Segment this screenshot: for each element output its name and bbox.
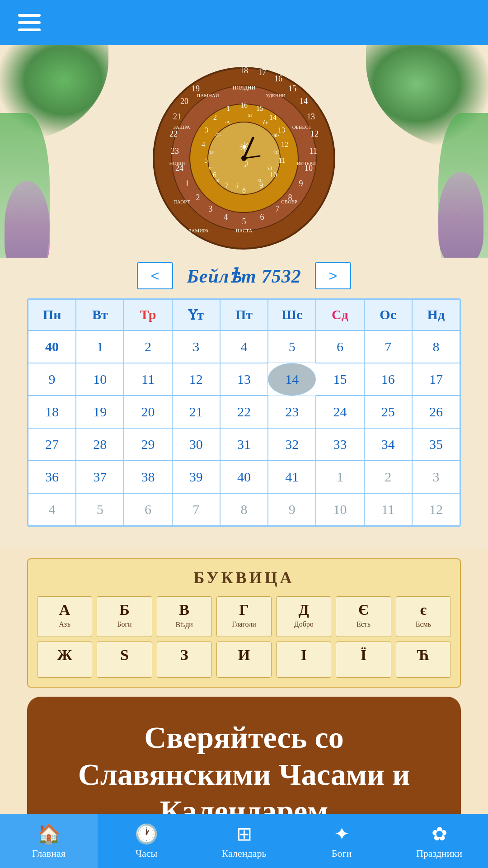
table-row[interactable]: 35 bbox=[412, 428, 460, 461]
bukvitsa-letter: Г bbox=[219, 601, 269, 618]
svg-text:СВОЕР: СВОЕР bbox=[281, 199, 297, 204]
svg-text:17: 17 bbox=[258, 68, 266, 77]
table-row[interactable]: 7 bbox=[172, 493, 220, 526]
weekday-ut: Үт bbox=[172, 299, 220, 330]
svg-text:3: 3 bbox=[205, 126, 208, 134]
clock-svg: ☀ ☽ 18 17 16 15 14 13 12 11 10 9 8 7 6 5… bbox=[149, 63, 339, 253]
list-item[interactable]: є Есмь bbox=[396, 596, 451, 637]
clock-icon: 🕐 bbox=[135, 823, 158, 845]
table-row[interactable]: 36 bbox=[28, 461, 76, 493]
bukvitsa-title: БУКВИЦА bbox=[37, 568, 451, 587]
list-item[interactable]: Ћ bbox=[396, 642, 451, 678]
table-row[interactable]: 6 bbox=[124, 493, 172, 526]
table-row[interactable]: 16 bbox=[364, 363, 412, 396]
table-row[interactable]: 2 bbox=[364, 461, 412, 493]
svg-text:4: 4 bbox=[224, 212, 228, 222]
bukvitsa-letter: В bbox=[160, 601, 209, 618]
table-row[interactable]: 7 bbox=[364, 330, 412, 363]
table-row[interactable]: 34 bbox=[364, 428, 412, 461]
prev-month-button[interactable]: < bbox=[137, 262, 173, 289]
next-month-button[interactable]: > bbox=[315, 262, 351, 289]
table-row[interactable]: 40 bbox=[220, 461, 268, 493]
list-item[interactable]: Ж bbox=[37, 642, 92, 678]
svg-text:11: 11 bbox=[278, 156, 285, 164]
nav-holidays[interactable]: ✿ Праздники bbox=[390, 814, 488, 868]
table-row[interactable]: 19 bbox=[76, 396, 124, 428]
table-row[interactable]: 27 bbox=[28, 428, 76, 461]
table-row[interactable]: 2 bbox=[124, 330, 172, 363]
table-row[interactable]: 5 bbox=[268, 330, 316, 363]
table-row[interactable]: 38 bbox=[124, 461, 172, 493]
table-row[interactable]: 12 bbox=[412, 493, 460, 526]
table-row[interactable]: 1 bbox=[316, 461, 364, 493]
svg-text:7: 7 bbox=[276, 204, 280, 213]
table-row[interactable]: 40 bbox=[28, 330, 76, 363]
bukvitsa-letter: Є bbox=[338, 601, 388, 618]
list-item[interactable]: Є Есть bbox=[336, 596, 391, 637]
table-row[interactable]: 25 bbox=[364, 396, 412, 428]
table-row[interactable]: 13 bbox=[220, 363, 268, 396]
nav-calendar[interactable]: ⊞ Календарь bbox=[195, 814, 293, 868]
table-row[interactable]: 37 bbox=[76, 461, 124, 493]
list-item[interactable]: Б Боги bbox=[97, 596, 152, 637]
svg-text:21: 21 bbox=[173, 112, 181, 121]
weekday-shs: Шс bbox=[268, 299, 316, 330]
table-row[interactable]: 29 bbox=[124, 428, 172, 461]
calendar-header: Пн Вт Тр Үт Пт Шс Сд Ос Нд bbox=[28, 299, 460, 330]
list-item[interactable]: Д Добро bbox=[276, 596, 331, 637]
nav-home[interactable]: 🏠 Главная bbox=[0, 814, 98, 868]
table-row[interactable]: 15 bbox=[316, 363, 364, 396]
table-row[interactable]: 6 bbox=[316, 330, 364, 363]
table-row[interactable]: 3 bbox=[172, 330, 220, 363]
table-row[interactable]: 23 bbox=[268, 396, 316, 428]
table-row[interactable]: 28 bbox=[76, 428, 124, 461]
table-row[interactable]: 24 bbox=[316, 396, 364, 428]
list-item[interactable]: В Вѣди bbox=[157, 596, 212, 637]
svg-text:14: 14 bbox=[269, 113, 277, 121]
table-row[interactable]: 18 bbox=[28, 396, 76, 428]
nav-gods[interactable]: ✦ Боги bbox=[293, 814, 390, 868]
cal-row-6: 4 5 6 7 8 9 10 11 12 bbox=[28, 493, 460, 526]
table-row[interactable]: 32 bbox=[268, 428, 316, 461]
table-row[interactable]: 31 bbox=[220, 428, 268, 461]
table-row[interactable]: 26 bbox=[412, 396, 460, 428]
table-row[interactable]: 9 bbox=[28, 363, 76, 396]
list-item[interactable]: А Азъ bbox=[37, 596, 92, 637]
table-row[interactable]: 3 bbox=[412, 461, 460, 493]
table-row[interactable]: 30 bbox=[172, 428, 220, 461]
table-row[interactable]: 22 bbox=[220, 396, 268, 428]
table-row[interactable]: 21 bbox=[172, 396, 220, 428]
table-row[interactable]: 8 bbox=[220, 493, 268, 526]
table-row[interactable]: 8 bbox=[412, 330, 460, 363]
table-row[interactable]: 11 bbox=[364, 493, 412, 526]
table-row[interactable]: 17 bbox=[412, 363, 460, 396]
table-row[interactable]: 33 bbox=[316, 428, 364, 461]
table-row[interactable]: 20 bbox=[124, 396, 172, 428]
table-row[interactable]: 5 bbox=[76, 493, 124, 526]
list-item[interactable]: И bbox=[216, 642, 272, 678]
cal-row-4: 27 28 29 30 31 32 33 34 35 bbox=[28, 428, 460, 461]
slavic-clock[interactable]: ☀ ☽ 18 17 16 15 14 13 12 11 10 9 8 7 6 5… bbox=[0, 54, 488, 258]
table-row[interactable]: 10 bbox=[316, 493, 364, 526]
list-item[interactable]: Ѕ bbox=[97, 642, 152, 678]
nav-gods-label: Боги bbox=[332, 848, 352, 859]
list-item[interactable]: І bbox=[276, 642, 331, 678]
table-row[interactable]: 14 bbox=[268, 363, 316, 396]
svg-text:15: 15 bbox=[256, 104, 263, 112]
list-item[interactable]: З bbox=[157, 642, 212, 678]
table-row[interactable]: 4 bbox=[220, 330, 268, 363]
table-row[interactable]: 1 bbox=[76, 330, 124, 363]
list-item[interactable]: Ї bbox=[336, 642, 391, 678]
table-row[interactable]: 11 bbox=[124, 363, 172, 396]
menu-button[interactable] bbox=[18, 14, 41, 31]
table-row[interactable]: 9 bbox=[268, 493, 316, 526]
nav-clock[interactable]: 🕐 Часы bbox=[98, 814, 195, 868]
table-row[interactable]: 39 bbox=[172, 461, 220, 493]
list-item[interactable]: Г Глаголи bbox=[216, 596, 272, 637]
svg-text:2: 2 bbox=[196, 193, 200, 202]
svg-text:13: 13 bbox=[307, 112, 315, 121]
table-row[interactable]: 12 bbox=[172, 363, 220, 396]
table-row[interactable]: 10 bbox=[76, 363, 124, 396]
table-row[interactable]: 41 bbox=[268, 461, 316, 493]
table-row[interactable]: 4 bbox=[28, 493, 76, 526]
